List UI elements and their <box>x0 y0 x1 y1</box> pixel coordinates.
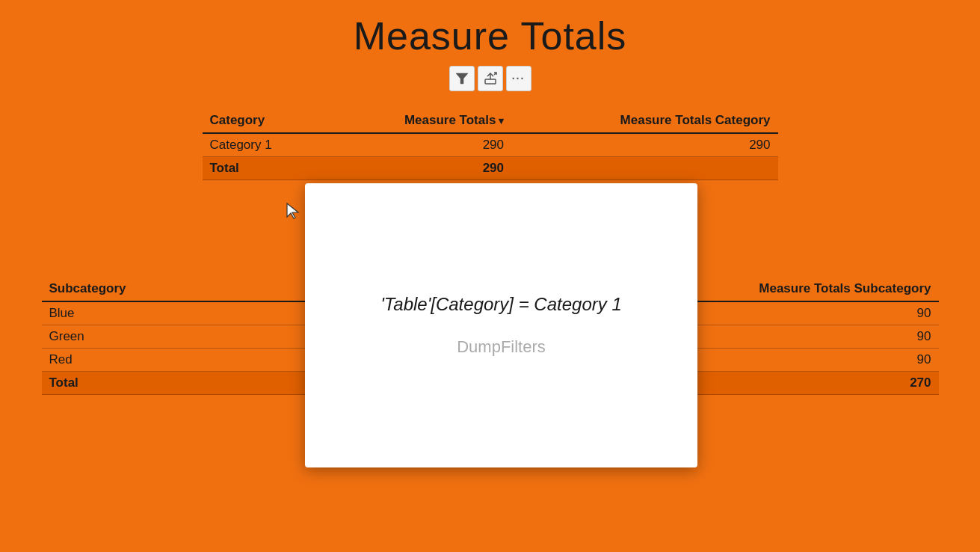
toolbar: ··· <box>0 66 980 91</box>
cell-subcategory: Red <box>42 349 256 372</box>
cell-subcategory: Blue <box>42 301 256 325</box>
popup-dump-label: DumpFilters <box>457 337 546 357</box>
cell-total-label: Total <box>203 157 327 180</box>
top-col-measure-totals[interactable]: Measure Totals <box>327 108 511 133</box>
filter-button[interactable] <box>449 66 475 91</box>
export-button[interactable] <box>478 66 503 91</box>
page-title: Measure Totals <box>0 0 980 58</box>
cell-subcategory: Green <box>42 325 256 349</box>
tooltip-popup: 'Table'[Category] = Category 1 DumpFilte… <box>305 183 697 467</box>
svg-marker-0 <box>456 73 468 84</box>
cell-measure-totals: 290 <box>327 133 511 157</box>
more-options-button[interactable]: ··· <box>506 66 531 91</box>
cell-measure-totals-category: 290 <box>511 133 777 157</box>
table-row-total[interactable]: Total 290 <box>203 157 778 180</box>
popup-filter-expression: 'Table'[Category] = Category 1 <box>380 294 621 315</box>
bottom-col-subcategory[interactable]: Subcategory <box>42 277 256 301</box>
cell-total-label: Total <box>42 372 256 395</box>
svg-marker-3 <box>287 203 298 218</box>
top-table: Category Measure Totals Measure Totals C… <box>203 108 778 180</box>
top-table-container: Category Measure Totals Measure Totals C… <box>0 108 980 180</box>
svg-rect-1 <box>485 79 496 84</box>
table-row[interactable]: Category 1 290 290 <box>203 133 778 157</box>
cell-category: Category 1 <box>203 133 327 157</box>
mouse-cursor <box>286 202 301 220</box>
top-col-measure-totals-category[interactable]: Measure Totals Category <box>511 108 777 133</box>
cell-total-category <box>511 157 777 180</box>
cell-total-measure: 290 <box>327 157 511 180</box>
top-col-category[interactable]: Category <box>203 108 327 133</box>
